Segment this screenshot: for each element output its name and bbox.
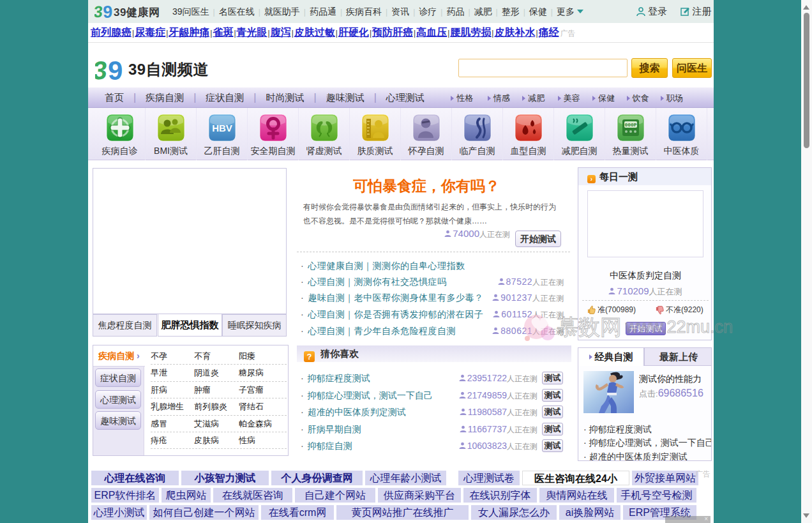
- svg-text:000P: 000P: [624, 122, 636, 128]
- svg-text:HBV: HBV: [212, 123, 232, 133]
- svg-text:3: 3: [94, 3, 103, 20]
- svg-text:3: 3: [95, 56, 109, 83]
- svg-text:9: 9: [103, 3, 112, 20]
- svg-text:9: 9: [108, 56, 123, 83]
